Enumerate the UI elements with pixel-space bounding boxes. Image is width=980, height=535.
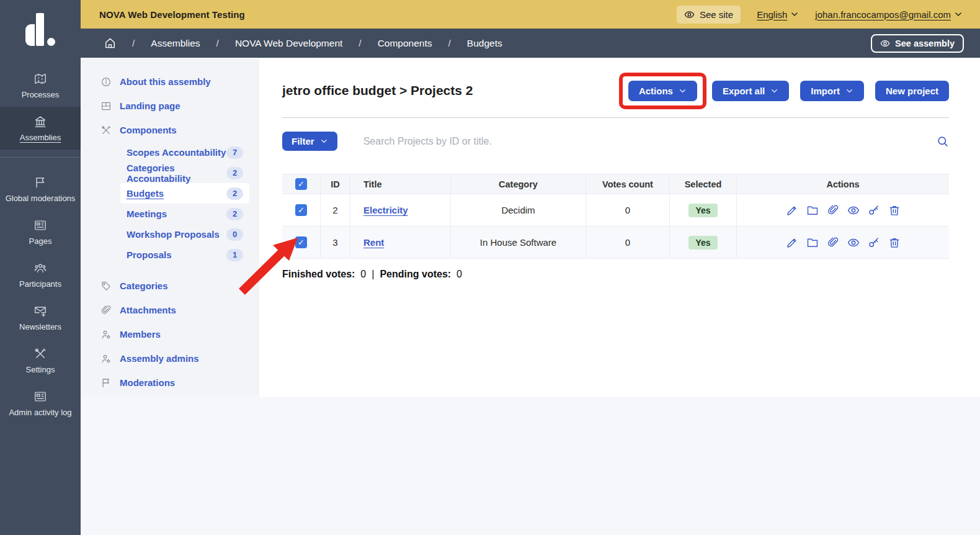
- subnav-item-categories-accountability[interactable]: Categories Accountability 2: [81, 163, 259, 183]
- projects-table: ID Title Category Votes count Selected A…: [282, 174, 949, 259]
- breadcrumb-separator: /: [448, 38, 451, 49]
- page-title: jetro office budget > Projects 2: [282, 83, 473, 98]
- sidebar-item-admin-activity-log[interactable]: Admin activity log: [0, 382, 81, 425]
- chevron-down-icon: [770, 87, 778, 95]
- eye-icon[interactable]: [847, 204, 860, 217]
- pending-votes-label: Pending votes:: [380, 269, 451, 280]
- tools-icon: [100, 125, 112, 136]
- header-actions: Actions: [737, 174, 949, 194]
- breadcrumb-separator: /: [132, 38, 135, 49]
- subnav-item-members[interactable]: Members: [81, 322, 259, 346]
- sidebar-divider: [0, 157, 81, 158]
- chevron-down-icon: [679, 87, 687, 95]
- key-icon[interactable]: [868, 204, 880, 217]
- chevron-down-icon: [845, 87, 853, 95]
- government-building-icon: [33, 115, 47, 128]
- see-site-label: See site: [700, 9, 733, 20]
- header-category: Category: [451, 174, 586, 194]
- table-row-rent: 3 Rent In House Software 0 Yes: [282, 227, 949, 259]
- chevron-down-icon: [790, 10, 799, 19]
- language-selector[interactable]: English: [757, 9, 799, 20]
- home-icon[interactable]: [104, 37, 116, 49]
- sidebar-item-processes[interactable]: Processes: [0, 64, 81, 107]
- user-settings-icon: [100, 329, 112, 340]
- table-row-electricity: 2 Electricity Decidim 0 Yes: [282, 194, 949, 227]
- sidebar-item-settings[interactable]: Settings: [0, 339, 81, 382]
- project-link-electricity[interactable]: Electricity: [363, 205, 408, 215]
- decidim-logo-mark: [25, 13, 55, 47]
- subnav-item-workshop-proposals[interactable]: Workshop Proposals 0: [81, 224, 259, 245]
- subnav-item-budgets[interactable]: Budgets 2: [120, 183, 249, 204]
- search-icon[interactable]: [937, 135, 949, 148]
- row-actions: [786, 236, 901, 249]
- pending-votes-value: 0: [457, 269, 462, 280]
- see-site-link[interactable]: See site: [677, 6, 741, 24]
- subnav-item-scopes-accountability[interactable]: Scopes Accountability 7: [81, 142, 259, 163]
- sidebar-item-global-moderations[interactable]: Global moderations: [0, 168, 81, 210]
- export-all-button[interactable]: Export all: [712, 81, 789, 101]
- search-input[interactable]: [363, 136, 929, 147]
- pencil-icon[interactable]: [786, 236, 798, 249]
- sidebar-item-participants[interactable]: Participants: [0, 253, 81, 296]
- subnav-item-moderations[interactable]: Moderations: [81, 371, 259, 395]
- subnav-item-meetings[interactable]: Meetings 2: [81, 204, 259, 224]
- finished-votes-label: Finished votes:: [282, 269, 355, 280]
- breadcrumb-budgets[interactable]: Budgets: [467, 38, 502, 49]
- team-icon: [33, 261, 47, 275]
- breadcrumb-assemblies[interactable]: Assemblies: [151, 38, 200, 49]
- organization-title: NOVA Web Development Testing: [99, 9, 245, 20]
- folder-icon[interactable]: [806, 204, 819, 217]
- sidebar-item-assemblies[interactable]: Assemblies: [0, 107, 81, 150]
- count-badge: 2: [226, 187, 243, 200]
- count-badge: 0: [226, 228, 243, 241]
- cell-id: 2: [321, 194, 350, 226]
- paperclip-icon: [100, 305, 112, 316]
- breadcrumb-separator: /: [216, 38, 219, 49]
- decidim-logo[interactable]: [0, 0, 81, 59]
- breadcrumb-nova-web-development[interactable]: NOVA Web Development: [235, 38, 342, 49]
- sidebar-item-newsletters[interactable]: Newsletters: [0, 296, 81, 339]
- key-icon[interactable]: [868, 236, 880, 249]
- subnav-item-assembly-admins[interactable]: Assembly admins: [81, 346, 259, 371]
- trash-icon[interactable]: [888, 236, 901, 249]
- header-votes-count: Votes count: [586, 174, 670, 194]
- breadcrumb-separator: /: [359, 38, 361, 49]
- table-header-row: ID Title Category Votes count Selected A…: [282, 174, 949, 194]
- selected-badge: Yes: [688, 236, 717, 250]
- subnav-item-categories[interactable]: Categories: [81, 274, 259, 298]
- row-checkbox[interactable]: [295, 236, 307, 248]
- see-assembly-label: See assembly: [895, 38, 955, 48]
- cell-category: Decidim: [451, 194, 586, 226]
- see-assembly-button[interactable]: See assembly: [871, 34, 964, 53]
- subnav-item-attachments[interactable]: Attachments: [81, 298, 259, 322]
- folder-icon[interactable]: [806, 236, 819, 249]
- topbar-right: See site English johan.francocampos@gmai…: [677, 6, 963, 24]
- annotation-highlight-box: Actions: [619, 73, 706, 109]
- pencil-icon[interactable]: [786, 204, 798, 217]
- subnav-item-components[interactable]: Components: [81, 118, 259, 142]
- eye-icon: [880, 38, 890, 48]
- topbar: NOVA Web Development Testing See site En…: [81, 0, 980, 29]
- filter-button[interactable]: Filter: [282, 132, 337, 151]
- user-menu[interactable]: johan.francocampos@gmail.com: [815, 9, 963, 20]
- subnav-item-landing-page[interactable]: Landing page: [81, 94, 259, 118]
- subnav-item-about-this-assembly[interactable]: About this assembly: [81, 70, 259, 94]
- subnav-item-proposals[interactable]: Proposals 1: [81, 245, 259, 265]
- select-all-checkbox[interactable]: [295, 178, 307, 190]
- flag-icon: [100, 377, 112, 389]
- tag-icon: [100, 281, 112, 292]
- row-checkbox[interactable]: [295, 204, 307, 216]
- project-link-rent[interactable]: Rent: [363, 237, 384, 248]
- header-id: ID: [321, 174, 350, 194]
- info-icon: [100, 76, 112, 88]
- paperclip-icon[interactable]: [827, 204, 839, 217]
- actions-button[interactable]: Actions: [628, 81, 697, 101]
- new-project-button[interactable]: New project: [875, 81, 949, 101]
- breadcrumb-components[interactable]: Components: [378, 38, 432, 49]
- eye-icon[interactable]: [847, 236, 860, 249]
- import-button[interactable]: Import: [800, 81, 864, 101]
- paperclip-icon[interactable]: [827, 236, 839, 249]
- trash-icon[interactable]: [888, 204, 901, 217]
- sidebar-item-pages[interactable]: Pages: [0, 210, 81, 253]
- language-label: English: [757, 9, 787, 20]
